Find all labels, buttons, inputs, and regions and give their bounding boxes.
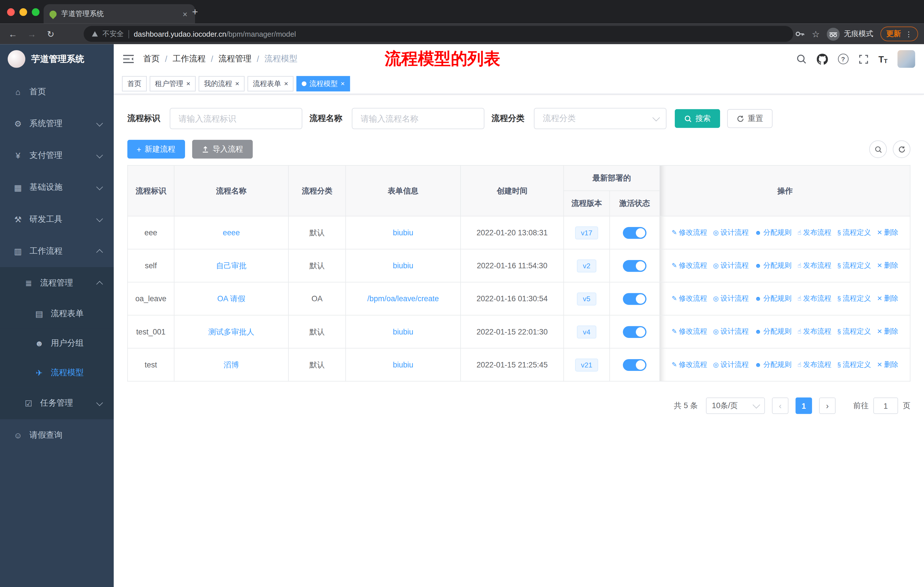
tag-active[interactable]: 流程模型× [297, 76, 350, 91]
sidebar-fold-icon[interactable] [122, 54, 134, 64]
sidebar-item-user-group[interactable]: ☻用户分组 [0, 329, 114, 358]
action-edit-link[interactable]: ✎修改流程 [672, 294, 707, 304]
action-assign-rule-link[interactable]: ☻分配规则 [755, 326, 792, 336]
action-publish-link[interactable]: ☝发布流程 [797, 228, 832, 238]
active-toggle[interactable] [623, 326, 647, 337]
action-edit-link[interactable]: ✎修改流程 [672, 228, 707, 238]
action-definition-link[interactable]: §流程定义 [837, 359, 871, 369]
active-toggle[interactable] [623, 359, 647, 370]
category-select[interactable]: 流程分类 [534, 108, 667, 129]
action-definition-link[interactable]: §流程定义 [837, 228, 871, 238]
import-process-button[interactable]: 导入流程 [192, 140, 252, 159]
prev-page-button[interactable]: ‹ [772, 398, 789, 414]
browser-tab[interactable]: 芋道管理系统 × [43, 4, 195, 23]
breadcrumb-item[interactable]: 首页 [143, 54, 160, 64]
action-publish-link[interactable]: ☝发布流程 [797, 294, 832, 304]
bookmark-star-icon[interactable]: ☆ [812, 29, 820, 39]
sidebar-item-payment[interactable]: ¥支付管理 [0, 140, 114, 172]
action-definition-link[interactable]: §流程定义 [837, 326, 871, 336]
goto-page-input[interactable] [873, 398, 898, 414]
sidebar-item-devtools[interactable]: ⚒研发工具 [0, 203, 114, 235]
form-info-link[interactable]: /bpm/oa/leave/create [367, 294, 439, 303]
browser-menu-icon[interactable]: ⋮ [905, 30, 912, 38]
process-name-link[interactable]: 测试多审批人 [208, 327, 254, 336]
action-assign-rule-link[interactable]: ☻分配规则 [755, 359, 792, 369]
hide-search-icon[interactable] [869, 141, 887, 158]
browser-update-button[interactable]: 更新 ⋮ [881, 26, 918, 41]
action-definition-link[interactable]: §流程定义 [837, 261, 871, 271]
active-toggle[interactable] [623, 227, 647, 238]
font-size-icon[interactable]: TT [878, 54, 887, 64]
action-assign-rule-link[interactable]: ☻分配规则 [755, 261, 792, 271]
action-assign-rule-link[interactable]: ☻分配规则 [755, 293, 792, 304]
tag-close-icon[interactable]: × [235, 80, 239, 88]
process-name-link[interactable]: 滔博 [224, 360, 239, 369]
tag-item[interactable]: 流程表单× [248, 76, 294, 91]
sidebar-item-system[interactable]: ⚙系统管理 [0, 108, 114, 140]
breadcrumb-item[interactable]: 工作流程 [173, 54, 206, 64]
tag-item[interactable]: 首页 [122, 76, 147, 91]
action-publish-link[interactable]: ☝发布流程 [797, 327, 832, 337]
sidebar-item-workflow[interactable]: ▥工作流程 [0, 235, 114, 267]
password-key-icon[interactable] [795, 29, 805, 39]
form-info-link[interactable]: biubiu [393, 228, 413, 237]
sidebar-item-task-manage[interactable]: ☑任务管理 [0, 387, 114, 419]
active-toggle[interactable] [623, 293, 647, 304]
action-delete-link[interactable]: ✕删除 [877, 294, 898, 304]
tab-close-icon[interactable]: × [181, 9, 189, 19]
create-process-button[interactable]: + 新建流程 [127, 140, 185, 159]
sidebar-item-infra[interactable]: ▦基础设施 [0, 172, 114, 203]
user-avatar[interactable] [898, 50, 915, 68]
window-close-button[interactable] [7, 8, 15, 16]
action-delete-link[interactable]: ✕删除 [877, 228, 898, 238]
process-id-input[interactable] [170, 108, 302, 129]
tag-close-icon[interactable]: × [341, 80, 345, 88]
form-info-link[interactable]: biubiu [393, 360, 413, 369]
process-name-input[interactable] [352, 108, 484, 129]
address-bar[interactable]: 不安全 dashboard.yudao.iocoder.cn/bpm/manag… [84, 26, 793, 42]
tag-close-icon[interactable]: × [284, 80, 288, 88]
refresh-icon[interactable] [893, 141, 911, 158]
reload-icon[interactable]: ↻ [41, 29, 60, 39]
action-delete-link[interactable]: ✕删除 [877, 327, 898, 337]
reset-button[interactable]: 重置 [727, 109, 772, 128]
window-zoom-button[interactable] [32, 8, 40, 16]
search-icon[interactable] [796, 54, 807, 64]
action-design-link[interactable]: ◎设计流程 [713, 327, 749, 337]
action-delete-link[interactable]: ✕删除 [877, 261, 898, 271]
next-page-button[interactable]: › [819, 398, 836, 414]
action-definition-link[interactable]: §流程定义 [837, 293, 871, 304]
action-edit-link[interactable]: ✎修改流程 [672, 261, 707, 271]
action-delete-link[interactable]: ✕删除 [877, 360, 898, 370]
action-design-link[interactable]: ◎设计流程 [713, 360, 749, 370]
new-tab-button[interactable]: + [192, 7, 198, 18]
sidebar-item-leave-query[interactable]: ☺请假查询 [0, 419, 114, 451]
page-size-select[interactable]: 10条/页 [706, 398, 765, 414]
tag-item[interactable]: 我的流程× [198, 76, 244, 91]
process-name-link[interactable]: 自己审批 [216, 261, 247, 270]
tag-item[interactable]: 租户管理× [150, 76, 196, 91]
app-logo[interactable]: 芋道管理系统 [0, 44, 114, 74]
form-info-link[interactable]: biubiu [393, 327, 413, 336]
sidebar-item-process-manage[interactable]: ≣流程管理 [0, 267, 114, 299]
process-name-link[interactable]: OA 请假 [217, 294, 245, 303]
breadcrumb-item[interactable]: 流程管理 [219, 54, 251, 64]
active-toggle[interactable] [623, 260, 647, 271]
action-design-link[interactable]: ◎设计流程 [713, 228, 749, 238]
page-1-button[interactable]: 1 [795, 398, 812, 414]
forward-icon[interactable]: → [22, 29, 41, 39]
sidebar-item-home[interactable]: ⌂首页 [0, 76, 114, 108]
action-design-link[interactable]: ◎设计流程 [713, 294, 749, 304]
form-info-link[interactable]: biubiu [393, 261, 413, 270]
process-name-link[interactable]: eeee [223, 228, 240, 237]
back-icon[interactable]: ← [3, 29, 22, 39]
window-minimize-button[interactable] [20, 8, 27, 16]
action-design-link[interactable]: ◎设计流程 [713, 261, 749, 271]
action-publish-link[interactable]: ☝发布流程 [797, 360, 832, 370]
sidebar-item-process-model[interactable]: ✈流程模型 [0, 358, 114, 387]
sidebar-item-process-form[interactable]: ▤流程表单 [0, 299, 114, 329]
tag-close-icon[interactable]: × [186, 80, 190, 88]
github-icon[interactable] [817, 53, 828, 64]
action-edit-link[interactable]: ✎修改流程 [672, 360, 707, 370]
fullscreen-icon[interactable] [858, 54, 868, 64]
